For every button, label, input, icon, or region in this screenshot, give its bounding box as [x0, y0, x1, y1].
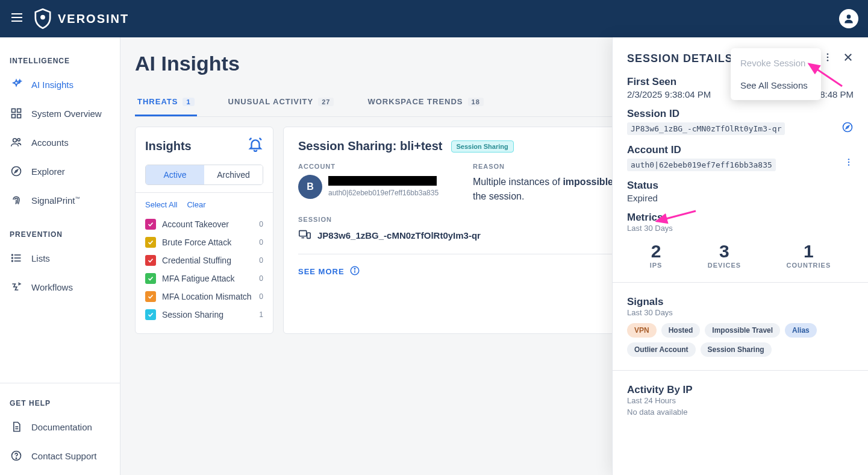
sidebar-item-workflows[interactable]: Workflows: [0, 275, 120, 299]
clear-link[interactable]: Clear: [187, 200, 205, 209]
reason-text: Multiple instances of impossible the ses…: [473, 175, 613, 204]
svg-point-30: [827, 57, 829, 58]
svg-point-9: [13, 139, 17, 142]
sidebar-item-label: Workflows: [31, 282, 73, 292]
svg-point-10: [17, 139, 20, 141]
svg-point-28: [354, 268, 355, 269]
threat-type-chip: Session Sharing: [451, 140, 514, 153]
sidebar-item-label: Documentation: [31, 422, 92, 432]
svg-point-36: [848, 159, 849, 160]
filter-row[interactable]: Account Takeover 0: [145, 215, 263, 233]
filter-row[interactable]: Session Sharing 1: [145, 306, 263, 324]
activity-label: Activity By IP: [627, 384, 854, 396]
checkbox-icon: [145, 237, 156, 248]
svg-point-38: [848, 164, 849, 165]
account-id-text: auth0|62ebeb019ef7eff16bb3a835: [328, 189, 439, 197]
tab-label: WORKSPACE TRENDS: [367, 97, 463, 106]
filter-row[interactable]: Credential Stuffing 0: [145, 251, 263, 269]
svg-rect-7: [12, 115, 16, 118]
checkbox-icon: [145, 291, 156, 302]
signals-label: Signals: [627, 296, 854, 308]
signal-chip[interactable]: Alias: [785, 323, 817, 338]
account-more-icon[interactable]: [844, 157, 854, 169]
checkbox-icon: [145, 219, 156, 230]
insights-filter-card: Insights Active Archived Select All Clea…: [135, 127, 273, 334]
filter-row[interactable]: Brute Force Attack 0: [145, 233, 263, 251]
tab-label: THREATS: [137, 97, 178, 106]
signal-chip[interactable]: Outlier Account: [627, 342, 696, 357]
metric-label: COUNTRIES: [787, 262, 831, 269]
fingerprint-icon: [10, 194, 23, 206]
first-seen-label: First Seen: [627, 76, 711, 88]
sidebar-heading-prevention: PREVENTION: [0, 225, 120, 241]
sidebar-item-explorer[interactable]: Explorer: [0, 159, 120, 183]
tab-workspace-trends[interactable]: WORKSPACE TRENDS 18: [365, 90, 486, 116]
svg-point-29: [827, 53, 829, 55]
profile-button[interactable]: [839, 9, 858, 28]
tab-unusual-activity[interactable]: UNUSUAL ACTIVITY 27: [226, 90, 337, 116]
sidebar-item-label: SignalPrint™: [31, 195, 80, 206]
sidebar-heading-help: GET HELP: [0, 394, 120, 410]
svg-point-4: [847, 14, 851, 19]
compass-icon: [10, 165, 23, 177]
account-id-value: auth0|62ebeb019ef7eff16bb3a835: [627, 159, 776, 171]
session-id-value: JP83w6_1zBG_-cMN0zTfOlRt0yIm3-qr: [627, 122, 785, 135]
select-all-link[interactable]: Select All: [145, 200, 177, 209]
tab-count: 18: [468, 98, 484, 106]
filter-count: 0: [259, 238, 263, 247]
session-id-label: Session ID: [627, 108, 854, 120]
svg-rect-6: [17, 109, 21, 113]
signal-chip[interactable]: VPN: [627, 323, 657, 338]
segment-archived[interactable]: Archived: [204, 165, 263, 184]
sidebar-item-accounts[interactable]: Accounts: [0, 130, 120, 154]
sidebar-item-system-overview[interactable]: System Overview: [0, 101, 120, 125]
filter-count: 1: [259, 310, 263, 319]
metric: 2IPS: [650, 241, 663, 269]
signal-chip[interactable]: Impossible Travel: [705, 323, 780, 338]
filter-label: Brute Force Attack: [162, 238, 231, 247]
tab-count: 1: [183, 98, 194, 106]
bell-icon[interactable]: [248, 137, 263, 155]
svg-rect-25: [307, 233, 311, 238]
sidebar: INTELLIGENCE AI Insights System Overview…: [0, 37, 120, 475]
metric-value: 2: [650, 241, 663, 262]
panel-title: SESSION DETAILS: [627, 52, 733, 65]
signal-chip[interactable]: Session Sharing: [701, 342, 772, 357]
metric-value: 3: [708, 241, 741, 262]
status-value: Expired: [627, 193, 854, 203]
tab-threats[interactable]: THREATS 1: [135, 90, 197, 116]
sidebar-item-documentation[interactable]: Documentation: [0, 415, 120, 439]
segmented-control: Active Archived: [145, 165, 263, 185]
svg-point-18: [12, 260, 13, 262]
svg-point-16: [12, 254, 13, 256]
brand-logo[interactable]: VEROSINT: [34, 8, 129, 29]
svg-point-34: [843, 123, 852, 132]
svg-marker-12: [15, 170, 18, 173]
status-label: Status: [627, 180, 854, 192]
sidebar-item-lists[interactable]: Lists: [0, 246, 120, 270]
explore-icon[interactable]: [841, 121, 854, 136]
metric-label: IPS: [650, 262, 663, 269]
list-icon: [10, 252, 23, 264]
svg-line-40: [657, 211, 696, 221]
session-id-text: JP83w6_1zBG_-cMN0zTfOlRt0yIm3-qr: [317, 230, 481, 241]
filter-row[interactable]: MFA Location Mismatch 0: [145, 288, 263, 306]
sidebar-heading-intelligence: INTELLIGENCE: [0, 52, 120, 68]
segment-active[interactable]: Active: [146, 165, 204, 184]
sidebar-item-signalprint[interactable]: SignalPrint™: [0, 188, 120, 212]
devices-icon: [298, 228, 311, 243]
sidebar-item-label: Contact Support: [31, 451, 96, 461]
signal-chip[interactable]: Hosted: [661, 323, 701, 338]
filter-label: MFA Location Mismatch: [162, 292, 252, 301]
sidebar-item-contact[interactable]: Contact Support: [0, 444, 120, 468]
reason-label: REASON: [473, 163, 613, 170]
activity-range: Last 24 Hours: [627, 396, 854, 405]
sidebar-item-ai-insights[interactable]: AI Insights: [0, 72, 120, 96]
menu-icon[interactable]: [10, 10, 24, 27]
filter-row[interactable]: MFA Fatigue Attack 0: [145, 269, 263, 288]
annotation-arrow: [803, 59, 845, 89]
filter-count: 0: [259, 274, 263, 283]
filter-label: Account Takeover: [162, 219, 229, 229]
account-name-redacted: [328, 176, 437, 186]
activity-empty: No data available: [627, 407, 854, 417]
